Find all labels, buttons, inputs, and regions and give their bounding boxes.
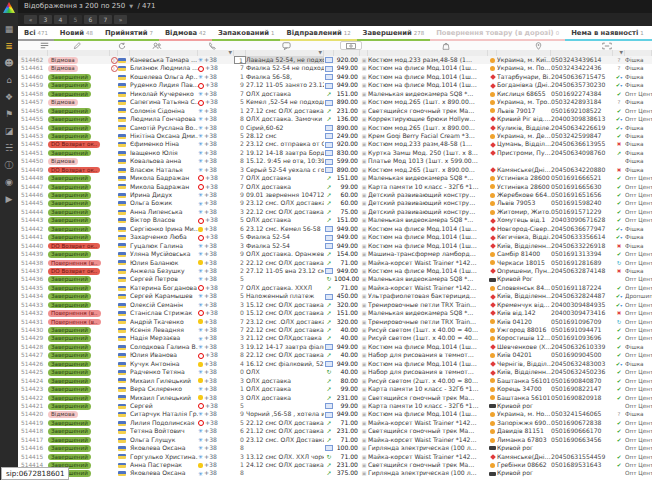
location-pin-icon[interactable] <box>535 41 542 50</box>
table-row[interactable]: 514429ЗавершенийНадія Мерзаєва✳+38321.12… <box>18 334 652 342</box>
table-row[interactable]: 514433ЗавершенийОлексій Семанін✳+38315.1… <box>18 301 652 309</box>
table-row[interactable]: 514456ЗавершенийСоломія Сідоніна✳+38127.… <box>18 107 652 115</box>
tracking-number-cell[interactable]: 0501690822147 <box>551 385 613 393</box>
phone-cell[interactable]: +38 <box>198 394 234 402</box>
comment-cell[interactable]: 23.12 смс .ОЛХ доставка <box>246 318 324 326</box>
phone-cell[interactable]: +38 <box>198 402 234 410</box>
phone-cell[interactable]: +38 <box>198 377 234 385</box>
table-row[interactable]: 514435ЗавершенийКатерина Богданова+387ОЛ… <box>18 284 652 292</box>
app-logo[interactable] <box>3 2 15 13</box>
comment-cell[interactable]: Наложенный платеж <box>246 292 324 300</box>
tracking-number-cell[interactable]: 0501690666170 <box>551 427 613 435</box>
tracking-number-cell[interactable]: 0501691665630 <box>551 183 613 191</box>
comment-cell[interactable]: Лаванда 52-54, не подходит <box>246 56 324 64</box>
comment-cell[interactable]: ОЛХ доставка <box>246 394 324 402</box>
phone-cell[interactable]: +38 <box>198 351 234 359</box>
edit-icon[interactable] <box>73 41 81 50</box>
comment-cell[interactable]: 22.12 смс ОЛХ доставка. ХХХЛ <box>246 419 324 427</box>
phone-cell[interactable]: +38 <box>198 309 234 317</box>
settings-icon[interactable]: ☵ <box>0 140 18 157</box>
comment-cell[interactable]: 28.12 смс <box>246 132 324 140</box>
table-row[interactable]: 514437DO Возврат ок..Анжела Безушку✳+382… <box>18 267 652 275</box>
table-row[interactable]: 514428ЗавершенийСолодкова Галина В…✳+383… <box>18 343 652 351</box>
phone-cell[interactable]: ✳+38 <box>198 157 234 165</box>
phone-cell[interactable]: +38 <box>198 174 234 182</box>
phone-cell[interactable]: ✳+38 <box>198 115 234 123</box>
comment-cell[interactable]: 23.12 смс. Кемел 56-58 <box>246 225 324 233</box>
table-row[interactable]: 514453ЗавершенийНікітіна Оксана Дми…✳+38… <box>18 132 652 140</box>
phone-cell[interactable]: +38 <box>198 284 234 292</box>
comment-cell[interactable]: ОЛХ доставка. Замочки <box>246 115 324 123</box>
page-button-3[interactable]: 3 <box>39 15 52 24</box>
phone-icon[interactable] <box>208 41 216 50</box>
table-row[interactable]: 514414ЗавершенийАнна Пастернак+38124.12 … <box>18 461 652 469</box>
phone-cell[interactable]: ✳+38 <box>198 140 234 148</box>
comment-cell[interactable]: ОЛХ доставка. ХХХЛ <box>246 284 324 292</box>
table-row[interactable]: 514443ЗавершенийВіктор Власов+385ОЛХ дос… <box>18 216 652 224</box>
table-row[interactable]: 514431Повернення (в..Андрій Ткаченко+387… <box>18 318 652 326</box>
phone-cell[interactable]: ✳+38 <box>198 436 234 444</box>
table-row[interactable]: 514454ЗавершенийСамотій Руслана Во…✳+380… <box>18 124 652 132</box>
comment-cell[interactable]: Фиалка 56-58, <box>246 73 324 81</box>
tab-Всі[interactable]: Всі471 <box>18 26 54 41</box>
phone-cell[interactable]: +38 <box>198 216 234 224</box>
phone-cell[interactable]: ✳+38 <box>198 275 234 283</box>
comment-cell[interactable]: Фиалка 52-54 <box>246 242 324 250</box>
tracking-number-cell[interactable]: 0501689531643 <box>551 461 613 469</box>
bag-icon[interactable] <box>442 41 450 50</box>
tracking-number-cell[interactable]: 20450633356614 <box>551 233 613 241</box>
screens-icon[interactable]: ▦ <box>0 21 18 38</box>
phone-cell[interactable]: ✳+38 <box>198 368 234 376</box>
comment-cell[interactable]: 23.12 смс. отправка от Сокол… <box>246 140 324 148</box>
phone-cell[interactable]: +38 <box>198 318 234 326</box>
tracking-number-cell[interactable]: 0501690663456 <box>551 436 613 444</box>
watch-icon[interactable]: ◉ <box>0 174 18 191</box>
comment-cell[interactable]: 21.12 смс ОЛХдоставка <box>246 334 324 342</box>
table-row[interactable]: 514416ЗавершенийЯковлева Оксана✳+388100.… <box>18 444 652 452</box>
phone-cell[interactable]: ✳+38 <box>198 149 234 157</box>
tracking-number-cell[interactable]: 20400309838613 <box>551 115 613 123</box>
stats-icon[interactable]: ◪ <box>0 123 18 140</box>
tab-Відмова[interactable]: Відмова42 <box>159 26 212 41</box>
phone-cell[interactable]: ✳+38 <box>198 208 234 216</box>
comment-cell[interactable]: ОЛХ доставка <box>246 90 324 98</box>
tracking-number-cell[interactable]: 20450634220880 <box>551 166 613 174</box>
tracking-number-cell[interactable]: 0501690904500 <box>551 351 613 359</box>
comment-cell[interactable]: Кемел ,52-54 не подходит <box>246 98 324 106</box>
table-row[interactable]: 514458ЗавершенийНиколай Кучеренко✳+387ОЛ… <box>18 90 652 98</box>
list-icon[interactable] <box>40 41 49 50</box>
tracking-number-cell[interactable]: 0503243439614 <box>551 56 613 64</box>
info-alert-icon[interactable]: i <box>111 57 118 64</box>
comment-cell[interactable]: 13.12 смс ОЛХ. ХХЛ чорний <box>246 453 324 461</box>
phone-cell[interactable]: ✳+38 <box>198 410 234 418</box>
refresh-icon[interactable] <box>118 41 126 50</box>
tracking-number-cell[interactable]: 0501691096709 <box>551 318 613 326</box>
phone-cell[interactable]: ✳+38 <box>198 343 234 351</box>
tracking-number-cell[interactable]: 0501690820918 <box>551 394 613 402</box>
comment-cell[interactable] <box>246 275 324 283</box>
comment-cell[interactable]: 22.12 смс ОЛХ доставка <box>246 326 324 334</box>
tracking-number-cell[interactable] <box>551 402 613 410</box>
comment-icon[interactable] <box>282 41 291 50</box>
tracking-number-cell[interactable]: 20450634226619 <box>551 124 613 132</box>
comment-cell[interactable]: ОЛХ доставка <box>246 174 324 182</box>
tab-Запакований[interactable]: Запакований1 <box>212 26 281 41</box>
last-page-button[interactable]: » <box>114 15 127 24</box>
table-row[interactable]: 514423ЗавершенийВера Скляренко✳+381ОЛХ д… <box>18 385 652 393</box>
first-page-button[interactable]: « <box>24 15 37 24</box>
tracking-number-cell[interactable]: 20400309484935 <box>551 301 613 309</box>
comment-cell[interactable]: 23.12 смс. ОЛХ доставка <box>246 199 324 207</box>
comment-cell[interactable]: Серый 52-54 уехала с города <box>246 166 324 174</box>
comment-cell[interactable]: 22.12 смс ОЛХ доставка <box>246 351 324 359</box>
phone-cell[interactable]: +38 <box>198 360 234 368</box>
table-row[interactable]: 514452DO Возврат ок..Єфименко Ніна✳+3822… <box>18 140 652 148</box>
comment-cell[interactable]: 22.12 смс ОЛХ доставка <box>246 208 324 216</box>
comment-cell[interactable]: 15.12. 9:45 не отв, 10:39 горе в… <box>246 157 324 165</box>
tracking-number-cell[interactable]: 20450632450236 <box>551 368 613 376</box>
table-row[interactable]: 514448ЗавершенийМикола Бадражан+387ОЛХ д… <box>18 174 652 182</box>
page-button-5[interactable]: 5 <box>69 15 82 24</box>
phone-cell[interactable]: +38 <box>198 225 234 233</box>
phone-cell[interactable]: ✳+38 <box>198 267 234 275</box>
tracking-number-cell[interactable]: 20450632610339 <box>551 343 613 351</box>
phone-cell[interactable]: +38 <box>198 81 234 89</box>
